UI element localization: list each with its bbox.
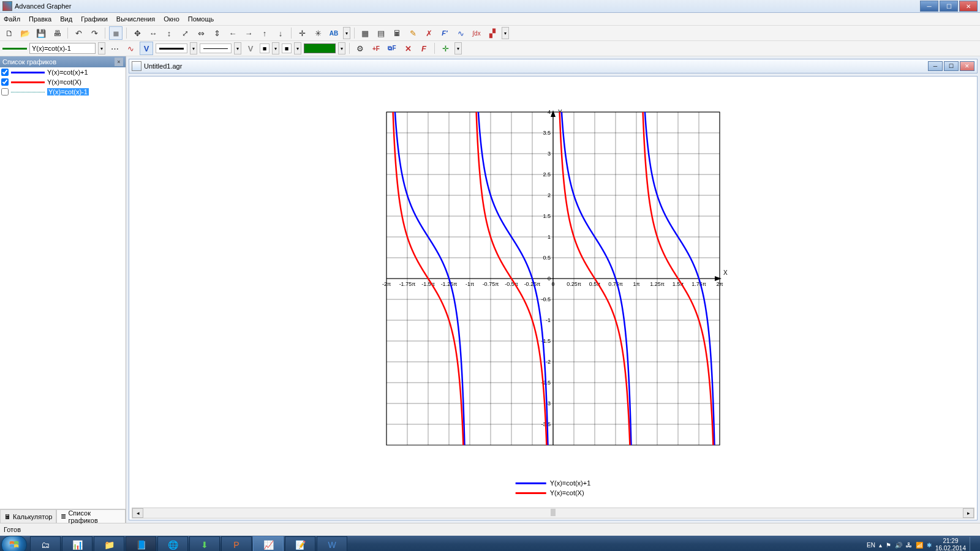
window-minimize-button[interactable]: ─ [920, 1, 938, 12]
menu-calc[interactable]: Вычисления [116, 15, 155, 23]
formula-dropdown[interactable]: ▾ [98, 42, 105, 54]
horizontal-scrollbar[interactable]: ◂ ▸ [132, 508, 974, 519]
line-style-dropdown[interactable]: ▾ [234, 42, 241, 54]
save-file-button[interactable]: 💾 [34, 26, 48, 40]
line-style-picker[interactable] [200, 43, 232, 53]
menu-window[interactable]: Окно [164, 15, 179, 23]
func-visible-checkbox[interactable] [1, 69, 9, 76]
analysis-dropdown[interactable]: ▾ [502, 27, 509, 39]
formula-input[interactable]: Y(x)=cot(x)-1 [29, 43, 96, 54]
document-titlebar[interactable]: Untitled1.agr ─ ☐ ✕ [129, 59, 978, 73]
text-label-button[interactable]: AB [327, 26, 341, 40]
color-picker[interactable] [304, 43, 336, 53]
taskbar-item-word[interactable]: W [317, 536, 347, 551]
regression-button[interactable]: ▞ [486, 26, 499, 40]
point-shape-1[interactable]: ■ [260, 43, 270, 53]
taskbar-item-chrome[interactable]: 🌐 [157, 536, 188, 551]
arrow-down-button[interactable]: ↓ [274, 26, 287, 40]
zoom-x-button[interactable]: ⇔ [194, 26, 208, 40]
taskbar-item-powerpoint[interactable]: P [221, 536, 252, 551]
document-close-button[interactable]: ✕ [960, 61, 974, 71]
show-desktop-button[interactable] [970, 537, 975, 551]
func-visible-checkbox[interactable] [1, 78, 9, 86]
props-button[interactable]: ⚙ [353, 42, 367, 55]
list-toggle-button[interactable]: ≣ [109, 26, 123, 40]
line-visibility-button[interactable]: V [244, 42, 257, 55]
fit-dropdown[interactable]: ▾ [454, 42, 462, 54]
line-width-picker[interactable] [156, 43, 187, 53]
taskbar-item-files[interactable]: 📁 [94, 536, 124, 551]
open-file-button[interactable]: 📂 [18, 26, 32, 40]
grid-options-button[interactable]: ▦ [358, 26, 372, 40]
point-shape-2-dd[interactable]: ▾ [294, 42, 301, 54]
func-label[interactable]: Y(x)=cot(X) [47, 78, 81, 86]
menu-help[interactable]: Помощь [188, 15, 214, 23]
show-curve-button[interactable]: V [140, 42, 153, 55]
undo-button[interactable]: ↶ [72, 26, 85, 40]
taskbar-item-grapher[interactable]: 📈 [253, 536, 284, 551]
scroll-right-button[interactable]: ▸ [963, 508, 974, 518]
tab-calculator[interactable]: 🖩 Калькулятор [0, 509, 56, 523]
sidebar-close-button[interactable]: × [115, 58, 123, 66]
zoom-both-button[interactable]: ⤢ [178, 26, 192, 40]
edit-function-button[interactable]: F [417, 42, 431, 55]
func-visible-checkbox[interactable] [1, 88, 9, 96]
menu-edit[interactable]: Правка [29, 15, 51, 23]
calculator-button[interactable]: 🖩 [390, 26, 404, 40]
color-dropdown[interactable]: ▾ [338, 42, 345, 54]
tray-clock[interactable]: 21:29 16.02.2014 [935, 538, 966, 551]
arrow-up-button[interactable]: ↑ [258, 26, 271, 40]
taskbar-item-downloads[interactable]: ⬇ [189, 536, 220, 551]
intersect-button[interactable]: ✗ [422, 26, 435, 40]
point-shape-2[interactable]: ■ [282, 43, 292, 53]
taskbar-item-notes[interactable]: 📝 [285, 536, 315, 551]
move-y-button[interactable]: ↕ [162, 26, 176, 40]
derivative-button[interactable]: F′ [438, 26, 451, 40]
tab-function-list[interactable]: ≣ Список графиков [56, 509, 126, 523]
new-file-button[interactable]: 🗋 [2, 26, 16, 40]
print-button[interactable]: 🖶 [50, 26, 64, 40]
tray-signal-icon[interactable]: 📶 [916, 542, 923, 549]
start-button[interactable] [1, 536, 27, 551]
scroll-left-button[interactable]: ◂ [132, 508, 143, 518]
tray-arrow-icon[interactable]: ▴ [879, 542, 882, 549]
function-plot-button[interactable]: ∿ [454, 26, 467, 40]
move-x-button[interactable]: ↔ [146, 26, 160, 40]
redo-button[interactable]: ↷ [88, 26, 101, 40]
crosshair-button[interactable]: ✛ [295, 26, 309, 40]
tray-lang[interactable]: EN [867, 542, 875, 549]
arrow-right-button[interactable]: → [242, 26, 255, 40]
taskbar-item-editor[interactable]: 📘 [126, 536, 156, 551]
scroll-thumb[interactable] [551, 509, 556, 516]
pan-button[interactable]: ✥ [130, 26, 144, 40]
menu-view[interactable]: Вид [60, 15, 72, 23]
table-button[interactable]: ▤ [374, 26, 388, 40]
tray-volume-icon[interactable]: 🔊 [895, 542, 902, 549]
line-width-dropdown[interactable]: ▾ [190, 42, 197, 54]
function-list[interactable]: Y(x)=cot(x)+1 Y(x)=cot(X) Y(x)=cot(x)-1 [0, 67, 126, 509]
arrow-left-button[interactable]: ← [226, 26, 239, 40]
style-wave-button[interactable]: ∿ [124, 42, 137, 55]
window-maximize-button[interactable]: ☐ [940, 1, 958, 12]
label-dropdown[interactable]: ▾ [343, 27, 350, 39]
zoom-y-button[interactable]: ⇕ [210, 26, 224, 40]
document-maximize-button[interactable]: ☐ [944, 61, 959, 71]
point-shape-1-dd[interactable]: ▾ [272, 42, 279, 54]
func-label[interactable]: Y(x)=cot(x)-1 [47, 88, 89, 96]
menu-graphs[interactable]: Графики [81, 15, 108, 23]
tray-action-icon[interactable]: ✱ [927, 542, 932, 549]
taskbar-item-explorer[interactable]: 🗂 [30, 536, 61, 551]
func-label[interactable]: Y(x)=cot(x)+1 [47, 69, 88, 76]
taskbar-item-app[interactable]: 📊 [62, 536, 92, 551]
menu-file[interactable]: Файл [4, 15, 20, 23]
document-minimize-button[interactable]: ─ [928, 61, 943, 71]
fit-button[interactable]: ✛ [439, 42, 452, 55]
snowflake-button[interactable]: ✳ [311, 26, 325, 40]
tray-network-icon[interactable]: 🖧 [906, 542, 912, 549]
delete-function-button[interactable]: ✕ [401, 42, 415, 55]
plot-canvas[interactable]: -2π-1.75π-1.5π-1.25π-1π-0.75π-0.5π-0.25π… [129, 76, 978, 520]
add-function-button[interactable]: +F [369, 42, 383, 55]
dup-function-button[interactable]: ⧉F [385, 42, 399, 55]
formula-action-button[interactable]: ⋯ [108, 42, 121, 55]
window-close-button[interactable]: ✕ [959, 1, 978, 12]
